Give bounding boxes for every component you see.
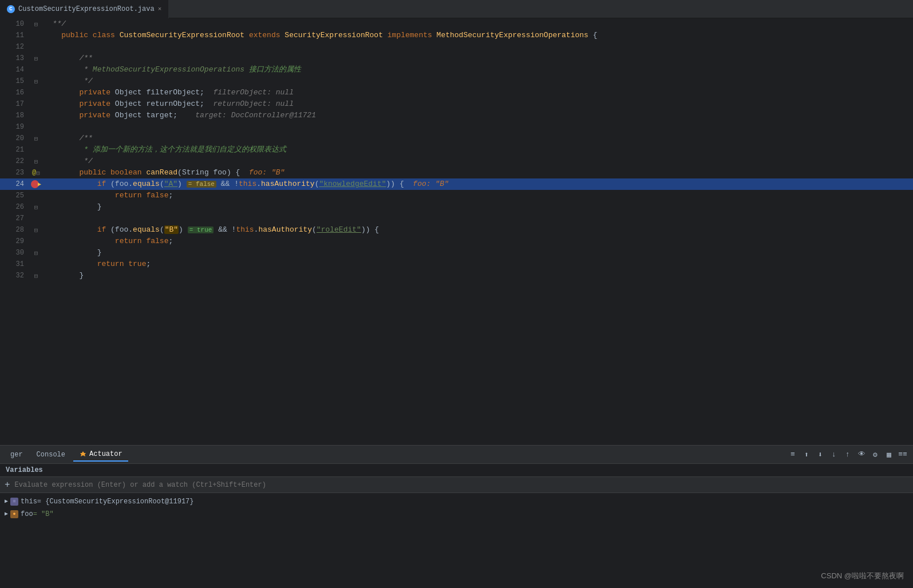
tab-file-label: CustomSecurityExpressionRoot.java (18, 5, 155, 13)
toolbar-more-icon[interactable]: ≡≡ (897, 449, 908, 460)
gutter-28: ⊟ (29, 224, 44, 236)
toolbar-list-icon[interactable]: ≡ (787, 449, 799, 460)
line-num-29: 29 (0, 236, 29, 247)
fold-icon-20[interactable]: ⊟ (34, 135, 38, 142)
code-line-11: 11 public class CustomSecurityExpression… (0, 30, 913, 41)
eval-bar[interactable]: + (0, 477, 913, 493)
code-line-16: 16 private Object filterObject; filterOb… (0, 87, 913, 98)
line-num-24: 24 (0, 178, 29, 190)
code-18: private Object target; target: DocContro… (44, 110, 913, 121)
tab-actuator[interactable]: Actuator (73, 448, 128, 462)
toolbar-step-out-icon[interactable]: ↑ (842, 449, 853, 460)
eval-expression-input[interactable] (15, 481, 908, 489)
fold-icon-23[interactable]: ⊟ (36, 169, 40, 177)
code-16: private Object filterObject; filterObjec… (44, 87, 913, 98)
code-22: */ (44, 156, 913, 167)
code-23: public boolean canRead(String foo) { foo… (44, 167, 913, 178)
variables-section-label: Variables (0, 464, 913, 477)
gutter-23: @ ⊟ (29, 167, 44, 178)
fold-icon-26[interactable]: ⊟ (34, 204, 38, 211)
eval-add-icon[interactable]: + (5, 480, 10, 490)
code-32: } (44, 270, 913, 281)
code-28: if (foo.equals("B") = true && !this.hasA… (44, 224, 913, 236)
code-25: return false; (44, 190, 913, 201)
line-num-27: 27 (0, 213, 29, 224)
fold-icon-22[interactable]: ⊟ (34, 158, 38, 165)
code-line-28: 28 ⊟ if (foo.equals("B") = true && !this… (0, 224, 913, 236)
line-num-30: 30 (0, 247, 29, 259)
code-21: * 添加一个新的方法，这个方法就是我们自定义的权限表达式 (44, 144, 913, 156)
toolbar-step-into-icon[interactable]: ↓ (828, 449, 840, 460)
gutter-11 (29, 30, 44, 41)
gutter-17 (29, 98, 44, 110)
code-line-14: 14 * MethodSecurityExpressionOperations … (0, 64, 913, 76)
fold-icon-32[interactable]: ⊟ (34, 272, 38, 280)
gutter-29 (29, 236, 44, 247)
line-num-17: 17 (0, 98, 29, 110)
line-num-26: 26 (0, 201, 29, 213)
toolbar-step-over-icon[interactable]: ⬆ (801, 449, 812, 460)
code-13: /** (44, 53, 913, 64)
code-line-12: 12 (0, 41, 913, 53)
line-num-15: 15 (0, 76, 29, 87)
code-26: } (44, 201, 913, 213)
tree-item-this[interactable]: ▶ ≡ this = {CustomSecurityExpressionRoot… (0, 495, 913, 508)
gutter-27 (29, 213, 44, 224)
code-line-21: 21 * 添加一个新的方法，这个方法就是我们自定义的权限表达式 (0, 144, 913, 156)
gutter-13: ⊟ (29, 53, 44, 64)
line-num-20: 20 (0, 133, 29, 144)
tab-file[interactable]: C CustomSecurityExpressionRoot.java × (0, 0, 169, 18)
toolbar-table-icon[interactable]: ▦ (883, 449, 895, 460)
fold-icon-30[interactable]: ⊟ (34, 249, 38, 257)
gutter-20: ⊟ (29, 133, 44, 144)
code-line-30: 30 ⊟ } (0, 247, 913, 259)
code-20: /** (44, 133, 913, 144)
line-num-18: 18 (0, 110, 29, 121)
tree-arrow-foo: ▶ (5, 509, 8, 519)
tree-icon-this: ≡ (10, 498, 18, 506)
tree-item-foo[interactable]: ▶ ● foo = "B" (0, 508, 913, 521)
gutter-15: ⊟ (29, 76, 44, 87)
code-line-29: 29 return false; (0, 236, 913, 247)
tab-ger[interactable]: ger (5, 448, 29, 461)
line-num-16: 16 (0, 87, 29, 98)
line-num-14: 14 (0, 64, 29, 76)
code-line-32: 32 ⊟ } (0, 270, 913, 281)
fold-icon-15[interactable]: ⊟ (34, 78, 38, 85)
actuator-icon (79, 450, 87, 458)
tab-file-icon: C (7, 5, 15, 13)
code-line-20: 20 ⊟ /** (0, 133, 913, 144)
gutter-25 (29, 190, 44, 201)
toolbar-step-down-icon[interactable]: ⬇ (815, 449, 826, 460)
fold-icon-10[interactable]: ⊟ (34, 21, 38, 28)
line-num-21: 21 (0, 144, 29, 156)
gutter-30: ⊟ (29, 247, 44, 259)
code-10: **/ (44, 18, 913, 30)
code-19 (44, 121, 913, 133)
csdn-watermark: CSDN @啦啦不要熬夜啊 (821, 571, 904, 581)
code-line-22: 22 ⊟ */ (0, 156, 913, 167)
code-line-13: 13 ⊟ /** (0, 53, 913, 64)
code-line-17: 17 private Object returnObject; returnOb… (0, 98, 913, 110)
gutter-10: ⊟ (29, 18, 44, 30)
code-line-27: 27 (0, 213, 913, 224)
code-17: private Object returnObject; returnObjec… (44, 98, 913, 110)
tab-console[interactable]: Console (31, 448, 71, 461)
line-num-28: 28 (0, 224, 29, 236)
line-num-25: 25 (0, 190, 29, 201)
line-num-19: 19 (0, 121, 29, 133)
code-line-19: 19 (0, 121, 913, 133)
line-num-32: 32 (0, 270, 29, 281)
line-num-31: 31 (0, 259, 29, 270)
toolbar-watch-icon[interactable]: 👁 (856, 449, 867, 460)
fold-icon-28[interactable]: ⊟ (34, 227, 38, 234)
tab-close-button[interactable]: × (158, 6, 162, 13)
toolbar-settings-icon[interactable]: ⚙ (869, 449, 881, 460)
code-11: public class CustomSecurityExpressionRoo… (44, 30, 913, 41)
gutter-14 (29, 64, 44, 76)
fold-icon-13[interactable]: ⊟ (34, 55, 38, 62)
tree-var-this-value: = {CustomSecurityExpressionRoot@11917} (37, 496, 194, 507)
line-num-12: 12 (0, 41, 29, 53)
code-12 (44, 41, 913, 53)
bottom-tab-bar: ger Console Actuator ≡ ⬆ ⬇ ↓ ↑ 👁 ⚙ ▦ ≡≡ (0, 446, 913, 464)
